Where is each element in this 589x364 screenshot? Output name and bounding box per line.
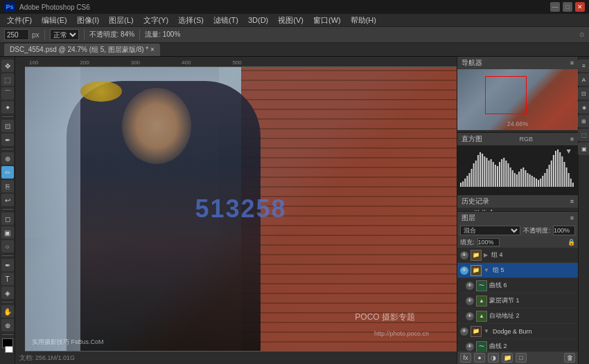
svg-rect-3 — [466, 176, 468, 187]
background-color[interactable] — [5, 346, 13, 353]
layers-panel: 图层 ≡ 混合 正常 不透明度: 填充: 🔒 👁 — [457, 212, 578, 364]
lasso-tool[interactable]: ⌒ — [1, 87, 14, 100]
right-tool-6[interactable]: ⬚ — [578, 129, 590, 141]
watermark-fsbus: 实用摄影技巧 FsBus.CoM — [32, 338, 104, 347]
blend-mode-select[interactable]: 混合 正常 — [460, 226, 520, 235]
maximize-button[interactable]: □ — [563, 2, 572, 12]
menu-item[interactable]: 文字(Y) — [139, 15, 173, 26]
zoom-tool[interactable]: ⊕ — [1, 319, 14, 331]
history-menu[interactable]: ≡ — [570, 198, 574, 205]
mode-select[interactable]: 正常 — [50, 29, 79, 40]
new-layer-button[interactable]: □ — [516, 353, 527, 363]
history-brush-tool[interactable]: ↩ — [1, 194, 14, 206]
svg-rect-39 — [544, 173, 545, 187]
window-controls: — □ ✕ — [550, 2, 585, 12]
menu-item[interactable]: 图像(I) — [73, 15, 103, 26]
layers-title: 图层 — [461, 213, 475, 223]
menu-item[interactable]: 文件(F) — [3, 15, 36, 26]
magic-wand-tool[interactable]: ✦ — [1, 101, 14, 113]
svg-rect-30 — [525, 170, 526, 187]
type-tool[interactable]: T — [1, 273, 14, 285]
add-mask-button[interactable]: ● — [474, 353, 485, 363]
brush-size-input[interactable] — [4, 29, 29, 40]
menu-item[interactable]: 滤镜(T) — [209, 15, 243, 26]
layer-adjustment1[interactable]: 👁 ▲ 蒙层调节 1 — [457, 293, 578, 309]
watermark-url: http://photo.poco.cn — [374, 330, 429, 337]
right-tool-5[interactable]: ⊞ — [578, 115, 590, 127]
eyedropper-tool[interactable]: ✒ — [1, 134, 14, 146]
layer-visibility-db[interactable]: 👁 — [460, 327, 468, 336]
menu-item[interactable]: 选择(S) — [174, 15, 208, 26]
layer-visibility-group5[interactable]: 👁 — [460, 266, 468, 275]
layer-group5[interactable]: 👁 📁 ▼ 组 5 — [457, 263, 578, 278]
delete-layer-button[interactable]: 🗑 — [564, 353, 575, 363]
layer-visibility-group4[interactable]: 👁 — [460, 251, 468, 260]
history-list: ▶ 动作 1 起始 scharf auto1 ▼ autoskin c — [457, 208, 578, 211]
right-tool-4[interactable]: ◈ — [578, 101, 590, 113]
right-tool-3[interactable]: ⊡ — [578, 87, 590, 100]
history-item-label: 动作 1 — [474, 208, 493, 212]
group5-expand[interactable]: ▼ — [484, 267, 489, 273]
new-adjustment-button[interactable]: ◑ — [488, 353, 499, 363]
dodge-tool[interactable]: ○ — [1, 240, 14, 253]
histogram-menu[interactable]: ≡ — [570, 136, 574, 143]
svg-rect-46 — [559, 152, 561, 187]
right-tool-7[interactable]: ▣ — [578, 143, 590, 155]
layer-visibility-adj1[interactable]: 👁 — [466, 297, 474, 305]
hand-tool[interactable]: ✋ — [1, 305, 14, 318]
heal-tool[interactable]: ⊕ — [1, 152, 14, 165]
brush-tool[interactable]: ✏ — [1, 166, 14, 179]
eraser-tool[interactable]: ◻ — [1, 212, 14, 225]
svg-rect-37 — [540, 179, 541, 187]
menu-item[interactable]: 编辑(E) — [37, 15, 71, 26]
add-style-button[interactable]: fx — [460, 353, 471, 363]
tool-sep6 — [2, 334, 13, 335]
clone-tool[interactable]: ⎘ — [1, 180, 14, 192]
menu-item[interactable]: 图层(L) — [105, 15, 137, 26]
histogram-panel: 直方图 RGB ≡ — [457, 133, 578, 195]
close-button[interactable]: ✕ — [575, 2, 585, 12]
menu-item[interactable]: 3D(D) — [244, 15, 272, 25]
layer-dodge-burn[interactable]: 👁 📁 ▼ Dodge & Burn — [457, 324, 578, 339]
menu-item[interactable]: 帮助(H) — [346, 15, 380, 26]
layer-auto2[interactable]: 👁 ▲ 自动地址 2 — [457, 309, 578, 324]
nav-zoom-label: 24.66% — [507, 120, 529, 127]
watermark-center: 513258 — [195, 194, 286, 224]
minimize-button[interactable]: — — [550, 2, 560, 12]
layer-curve6[interactable]: 👁 〜 曲线 6 — [457, 278, 578, 293]
layer-visibility-curve6[interactable]: 👁 — [466, 282, 474, 290]
fill-input[interactable] — [477, 238, 500, 246]
layer-visibility-auto2[interactable]: 👁 — [466, 312, 474, 320]
layer-thumb-db: 📁 — [471, 326, 482, 337]
right-tool-1[interactable]: ≡ — [578, 60, 590, 72]
db-expand[interactable]: ▼ — [484, 328, 489, 334]
opacity-input[interactable] — [553, 226, 575, 235]
navigator-expand[interactable]: ≡ — [570, 60, 574, 66]
gradient-tool[interactable]: ▣ — [1, 226, 14, 239]
fill-label: 填充: — [460, 238, 475, 247]
layer-curve2[interactable]: 👁 〜 曲线 2 — [457, 339, 578, 352]
svg-rect-52 — [572, 183, 574, 187]
layers-menu[interactable]: ≡ — [570, 215, 574, 221]
layer-visibility-curve2[interactable]: 👁 — [466, 343, 474, 351]
menu-item[interactable]: 视图(V) — [274, 15, 308, 26]
svg-marker-53 — [567, 149, 571, 154]
layer-group4[interactable]: 👁 📁 ▶ 组 4 — [457, 248, 578, 263]
history-item-1[interactable]: ▶ 动作 1 — [457, 208, 578, 211]
group4-expand[interactable]: ▶ — [484, 252, 488, 258]
svg-rect-36 — [538, 180, 539, 187]
pen-tool[interactable]: ✒ — [1, 259, 14, 271]
path-select-tool[interactable]: ◈ — [1, 286, 14, 299]
doc-tab-item[interactable]: DSC_4554.psd @ 24.7% (组 5, 图层蒙版/8) * × — [4, 44, 160, 56]
crop-tool[interactable]: ⊡ — [1, 120, 14, 132]
svg-rect-49 — [566, 167, 568, 187]
title-bar: Ps Adobe Photoshop CS6 — □ ✕ — [0, 0, 589, 14]
menu-item[interactable]: 窗口(W) — [309, 15, 345, 26]
move-tool[interactable]: ✥ — [1, 60, 14, 72]
svg-rect-24 — [512, 170, 513, 187]
new-group-button[interactable]: 📁 — [502, 353, 513, 363]
canvas-area[interactable]: 100 200 300 400 500 513258 — [15, 57, 457, 364]
navigator-preview[interactable]: 24.66% — [457, 69, 578, 130]
right-tool-2[interactable]: A — [578, 73, 590, 86]
marquee-tool[interactable]: ⬚ — [1, 73, 14, 86]
